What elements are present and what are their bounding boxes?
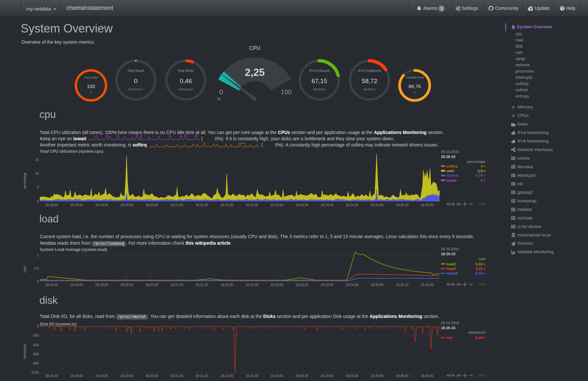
svg-text:0: 0: [37, 200, 39, 203]
svg-text:kilobits/s: kilobits/s: [313, 87, 325, 91]
svg-text:18:26:00: 18:26:00: [421, 283, 434, 287]
svg-text:Available RAM: Available RAM: [405, 76, 424, 79]
svg-text:18:20:30: 18:20:30: [145, 374, 158, 378]
svg-text:18:21:30: 18:21:30: [195, 283, 208, 287]
svg-text:1: 1: [37, 254, 39, 257]
svg-text:-0,46: -0,46: [474, 336, 483, 340]
svg-text:kilobytes/s: kilobytes/s: [128, 87, 143, 91]
svg-text:18:26:15: 18:26:15: [441, 155, 455, 159]
svg-text:0: 0: [37, 325, 39, 328]
svg-text:-200: -200: [32, 334, 39, 337]
svg-text:percentage: percentage: [467, 160, 485, 164]
svg-text:0: 0: [481, 178, 483, 182]
svg-text:?: ?: [561, 7, 563, 10]
svg-text:2,25: 2,25: [245, 67, 265, 78]
svg-text:load15: load15: [446, 271, 458, 275]
svg-text:Total CPU utilization (system.: Total CPU utilization (system.cpu): [40, 149, 103, 154]
svg-text:18:25:00: 18:25:00: [371, 203, 383, 207]
svg-text:0,23: 0,23: [476, 267, 483, 271]
svg-text:18:18:30: 18:18:30: [45, 374, 58, 378]
svg-text:load5: load5: [446, 267, 456, 271]
svg-text:0,75: 0,75: [476, 173, 483, 177]
svg-text:1,5: 1,5: [478, 169, 483, 173]
svg-text:Disk Read: Disk Read: [128, 69, 144, 73]
svg-text:18:22:00: 18:22:00: [220, 203, 233, 207]
svg-text:18:25:00: 18:25:00: [371, 283, 383, 287]
svg-text:-800: -800: [32, 362, 39, 365]
svg-text:0,32: 0,32: [476, 262, 483, 266]
svg-text:%: %: [414, 91, 416, 94]
svg-text:18:19:00: 18:19:00: [70, 374, 83, 378]
svg-text:18:25:30: 18:25:30: [396, 203, 408, 207]
svg-text:18:19:00: 18:19:00: [70, 283, 83, 287]
svg-text:0: 0: [481, 164, 483, 168]
svg-text:18:23:00: 18:23:00: [271, 203, 283, 207]
svg-text:28.10.2016: 28.10.2016: [441, 150, 459, 154]
svg-text:softirq: softirq: [446, 164, 458, 168]
svg-text:18:19:30: 18:19:30: [95, 203, 108, 207]
svg-text:kilobits/s: kilobits/s: [363, 87, 376, 91]
svg-text:18:20:00: 18:20:00: [120, 283, 133, 287]
svg-text:0.5: 0.5: [34, 267, 39, 270]
svg-text:18:19:30: 18:19:30: [95, 283, 108, 287]
svg-text:out: out: [446, 336, 452, 340]
svg-text:18:24:00: 18:24:00: [321, 203, 334, 207]
svg-text:18:18:30: 18:18:30: [45, 283, 58, 287]
svg-text:18:20:00: 18:20:00: [120, 374, 133, 378]
svg-text:58,72: 58,72: [362, 78, 378, 84]
svg-text:0,13: 0,13: [476, 271, 483, 275]
svg-text:-600: -600: [32, 352, 39, 356]
svg-text:18:23:00: 18:23:00: [271, 283, 283, 287]
svg-text:IPv4 Outbound: IPv4 Outbound: [358, 69, 381, 73]
svg-text:18:20:30: 18:20:30: [145, 203, 158, 207]
svg-text:28.10.2016: 28.10.2016: [441, 321, 459, 325]
svg-text:18:25:30: 18:25:30: [396, 374, 408, 378]
svg-text:10: 10: [35, 172, 39, 175]
svg-text:18:23:30: 18:23:30: [295, 283, 308, 287]
svg-text:18:24:30: 18:24:30: [346, 203, 359, 207]
svg-text:5: 5: [37, 186, 39, 189]
svg-text:18:22:00: 18:22:00: [220, 374, 233, 378]
svg-text:18:22:30: 18:22:30: [246, 283, 258, 287]
svg-text:18:24:00: 18:24:00: [321, 283, 334, 287]
svg-text:18:26:00: 18:26:00: [421, 203, 434, 207]
svg-text:100: 100: [281, 88, 292, 96]
svg-text:18:18:30: 18:18:30: [45, 203, 58, 207]
svg-text:86,76: 86,76: [408, 83, 421, 89]
svg-text:0,46: 0,46: [180, 78, 192, 84]
svg-text:28.10.2016: 28.10.2016: [441, 247, 459, 251]
svg-text:18:23:00: 18:23:00: [271, 374, 283, 378]
svg-text:18:20:30: 18:20:30: [145, 283, 158, 287]
svg-text:18:21:30: 18:21:30: [195, 203, 208, 207]
svg-text:load1: load1: [446, 262, 456, 266]
svg-text:18:22:00: 18:22:00: [220, 283, 233, 287]
svg-text:0: 0: [134, 78, 138, 84]
svg-text:Disk I/O (system.io): Disk I/O (system.io): [40, 322, 76, 326]
svg-text:kilobytes/s: kilobytes/s: [179, 87, 193, 91]
svg-text:18:26:15: 18:26:15: [441, 252, 455, 256]
svg-text:18:22:30: 18:22:30: [246, 203, 258, 207]
svg-text:18:24:00: 18:24:00: [321, 374, 334, 378]
svg-text:0: 0: [219, 88, 223, 96]
svg-text:%: %: [90, 91, 92, 94]
svg-text:18:21:00: 18:21:00: [170, 374, 183, 378]
svg-text:18:19:00: 18:19:00: [70, 203, 83, 207]
svg-text:100: 100: [87, 83, 95, 89]
svg-text:15: 15: [35, 158, 39, 162]
svg-text:18:24:30: 18:24:30: [346, 283, 359, 287]
svg-text:18:19:30: 18:19:30: [95, 374, 108, 378]
svg-text:18:26:15: 18:26:15: [441, 326, 455, 330]
svg-text:-400: -400: [32, 343, 39, 347]
svg-text:%: %: [217, 97, 221, 101]
svg-text:18:23:30: 18:23:30: [295, 203, 308, 207]
svg-text:18:20:00: 18:20:00: [120, 203, 133, 207]
svg-text:18:24:30: 18:24:30: [346, 374, 359, 378]
svg-text:18:23:30: 18:23:30: [295, 374, 308, 378]
svg-text:-1000: -1000: [30, 371, 39, 374]
svg-text:18:25:30: 18:25:30: [396, 283, 408, 287]
svg-text:CPU: CPU: [249, 45, 260, 51]
svg-text:18:21:00: 18:21:00: [170, 283, 183, 287]
svg-text:system: system: [446, 173, 459, 177]
svg-text:System Load Average (system.lo: System Load Average (system.load): [40, 247, 107, 252]
svg-text:0: 0: [37, 280, 39, 283]
